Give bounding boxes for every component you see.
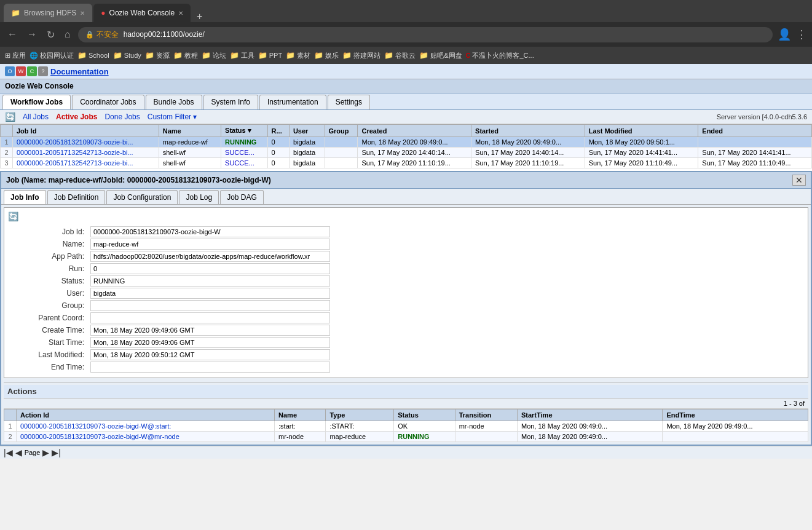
last-page-button[interactable]: ▶| <box>52 448 61 457</box>
field-job-id: Job Id: <box>9 226 803 237</box>
job-id-1[interactable]: 0000000-200518132109073-oozie-bi... <box>13 137 159 148</box>
menu-icon[interactable]: ⋮ <box>796 28 807 41</box>
bookmark-resources[interactable]: 📁 资源 <box>145 51 170 60</box>
bookmark-ppt[interactable]: 📁 PPT <box>258 51 282 60</box>
refresh-detail-icon[interactable]: 🔄 <box>8 212 804 221</box>
back-button[interactable]: ← <box>5 28 20 41</box>
field-value-user[interactable] <box>90 288 330 299</box>
field-value-parent-coord[interactable] <box>90 312 330 323</box>
tab-coordinator-jobs[interactable]: Coordinator Jobs <box>72 95 144 109</box>
act-col-starttime[interactable]: StartTime <box>517 409 662 421</box>
act-col-status[interactable]: Status <box>394 409 455 421</box>
action-row[interactable]: 2 0000000-200518132109073-oozie-bigd-W@m… <box>4 432 808 442</box>
custom-filter-button[interactable]: Custom Filter ▾ <box>148 113 197 121</box>
field-value-create-time[interactable] <box>90 325 330 336</box>
col-status[interactable]: Status ▾ <box>221 125 268 137</box>
tab-bundle-jobs[interactable]: Bundle Jobs <box>146 95 202 109</box>
field-value-start-time[interactable] <box>90 337 330 348</box>
col-job-id[interactable]: Job Id <box>13 125 159 137</box>
field-value-name[interactable] <box>90 239 330 250</box>
act-col-action-id[interactable]: Action Id <box>17 409 275 421</box>
act-col-transition[interactable]: Transition <box>455 409 517 421</box>
detail-tab-job-def[interactable]: Job Definition <box>47 190 106 204</box>
tab-browsing-hdfs[interactable]: 📁 Browsing HDFS ✕ <box>4 4 92 22</box>
tab-workflow-jobs[interactable]: Workflow Jobs <box>2 95 71 109</box>
detail-tab-job-config[interactable]: Job Configuration <box>106 190 178 204</box>
close-button[interactable]: ✕ <box>792 175 806 186</box>
job-id-2[interactable]: 0000001-200517132542713-oozie-bi... <box>13 148 159 158</box>
first-page-button[interactable]: |◀ <box>4 448 13 457</box>
col-started[interactable]: Started <box>471 125 585 137</box>
bookmark-auth[interactable]: 🌐 校园网认证 <box>30 51 74 60</box>
all-jobs-link[interactable]: All Jobs <box>23 113 49 121</box>
act-col-endtime[interactable]: EndTime <box>663 409 808 421</box>
field-value-group[interactable] <box>90 300 330 311</box>
field-value-run[interactable] <box>90 263 330 274</box>
job-lastmod-1: Mon, 18 May 2020 09:50:1... <box>585 137 698 148</box>
tab-settings[interactable]: Settings <box>328 95 370 109</box>
bookmark-google-cloud[interactable]: 📁 谷歌云 <box>384 51 416 60</box>
job-ended-2: Sun, 17 May 2020 14:41:41... <box>698 148 812 158</box>
active-jobs-link[interactable]: Active Jobs <box>56 113 97 121</box>
col-last-modified[interactable]: Last Modified <box>585 125 698 137</box>
act-row-num-2: 2 <box>4 432 17 442</box>
bookmark-tieba[interactable]: 📁 贴吧&网盘 <box>419 51 462 60</box>
bookmark-tools[interactable]: 📁 工具 <box>230 51 254 60</box>
bookmark-tutorials[interactable]: 📁 教程 <box>173 51 198 60</box>
table-row[interactable]: 3 0000000-200517132542713-oozie-bi... sh… <box>1 158 812 168</box>
folder-icon-tutorials: 📁 <box>173 51 183 60</box>
col-created[interactable]: Created <box>358 125 471 137</box>
new-tab-button[interactable]: + <box>192 11 207 22</box>
bookmark-materials[interactable]: 📁 素材 <box>286 51 310 60</box>
col-name[interactable]: Name <box>159 125 221 137</box>
tab-instrumentation[interactable]: Instrumentation <box>259 95 326 109</box>
refresh-button[interactable]: ↻ <box>44 28 57 42</box>
bookmark-forum[interactable]: 📁 论坛 <box>202 51 226 60</box>
field-value-app-path[interactable] <box>90 251 330 262</box>
address-input[interactable]: 🔒 不安全 hadoop002:11000/oozie/ <box>78 27 773 42</box>
done-jobs-link[interactable]: Done Jobs <box>104 113 140 121</box>
bookmark-blog[interactable]: C 不温卜火的博客_C... <box>466 51 534 60</box>
prev-page-button[interactable]: ◀ <box>15 448 22 457</box>
act-action-id-2[interactable]: 0000000-200518132109073-oozie-bigd-W@mr-… <box>17 432 275 442</box>
act-col-name[interactable]: Name <box>275 409 326 421</box>
tab-system-info[interactable]: System Info <box>203 95 258 109</box>
profile-icon[interactable]: 👤 <box>778 28 791 41</box>
col-ended[interactable]: Ended <box>698 125 812 137</box>
field-value-job-id[interactable] <box>90 226 330 237</box>
bookmark-school[interactable]: 📁 School <box>77 51 109 60</box>
col-r[interactable]: R... <box>267 125 289 137</box>
forward-button[interactable]: → <box>25 28 39 41</box>
actions-section: Actions 1 - 3 of Action Id Name Type Sta… <box>4 382 808 442</box>
detail-tab-job-info[interactable]: Job Info <box>4 190 46 204</box>
folder-icon-ppt: 📁 <box>258 51 267 60</box>
act-col-type[interactable]: Type <box>326 409 394 421</box>
bookmark-study[interactable]: 📁 Study <box>113 51 141 60</box>
bookmark-apps[interactable]: ⊞ 应用 <box>5 51 26 60</box>
act-action-id-1[interactable]: 0000000-200518132109073-oozie-bigd-W@:st… <box>17 421 275 432</box>
home-button[interactable]: ⌂ <box>62 28 73 41</box>
action-row[interactable]: 1 0000000-200518132109073-oozie-bigd-W@:… <box>4 421 808 432</box>
detail-tab-job-dag[interactable]: Job DAG <box>220 190 264 204</box>
refresh-icon-toolbar[interactable]: 🔄 <box>5 112 15 122</box>
table-row[interactable]: 2 0000001-200517132542713-oozie-bi... sh… <box>1 148 812 158</box>
page-nav: |◀ ◀ Page ▶ ▶| <box>4 448 61 457</box>
field-label-name: Name: <box>9 239 89 250</box>
field-label-user: User: <box>9 288 89 299</box>
tab-close-2[interactable]: ✕ <box>178 10 183 17</box>
col-group[interactable]: Group <box>325 125 358 137</box>
bookmark-website[interactable]: 📁 搭建网站 <box>342 51 380 60</box>
job-r-3: 0 <box>267 158 289 168</box>
field-value-last-modified[interactable] <box>90 349 330 360</box>
detail-tab-job-log[interactable]: Job Log <box>179 190 219 204</box>
field-value-status[interactable] <box>90 275 330 287</box>
bookmark-entertainment[interactable]: 📁 娱乐 <box>314 51 339 60</box>
table-row[interactable]: 1 0000000-200518132109073-oozie-bi... ma… <box>1 137 812 148</box>
tab-close-1[interactable]: ✕ <box>80 10 85 17</box>
tab-oozie[interactable]: ● Oozie Web Console ✕ <box>93 4 191 22</box>
documentation-link[interactable]: Documentation <box>50 67 109 76</box>
job-id-3[interactable]: 0000000-200517132542713-oozie-bi... <box>13 158 159 168</box>
field-value-end-time[interactable] <box>90 362 330 373</box>
col-user[interactable]: User <box>289 125 325 137</box>
next-page-button[interactable]: ▶ <box>42 448 49 457</box>
